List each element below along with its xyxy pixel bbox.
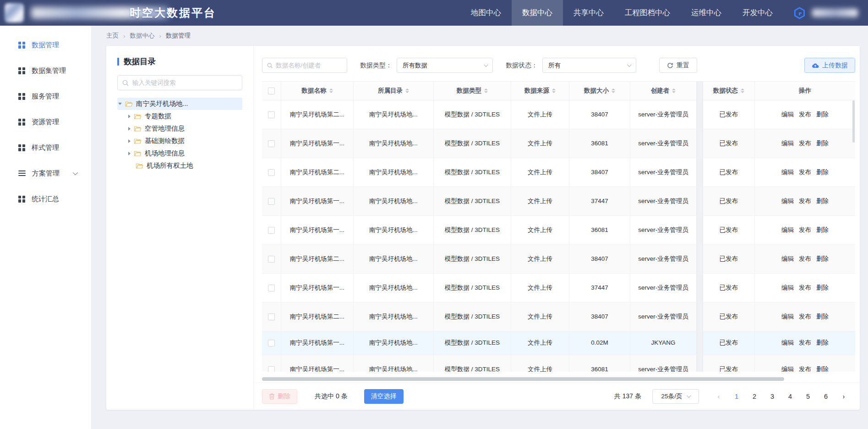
tree-node-4[interactable]: 基础测绘数据 — [127, 135, 242, 147]
caret-down-icon[interactable] — [118, 103, 122, 105]
data-status-select[interactable]: 所有 — [542, 58, 636, 73]
clear-selection-button[interactable]: 清空选择 — [364, 389, 404, 404]
column-header-7[interactable]: 数据状态 — [703, 82, 755, 100]
row-checkbox[interactable] — [268, 366, 275, 372]
pager-prev-button[interactable]: ‹ — [713, 393, 725, 400]
action-delete-link[interactable]: 删除 — [816, 313, 829, 321]
tree-node-5[interactable]: 机场地理信息 — [127, 147, 242, 160]
action-edit-link[interactable]: 编辑 — [781, 313, 794, 321]
page-size-select[interactable]: 25条/页 — [652, 389, 699, 404]
column-header-8[interactable]: 操作 — [755, 82, 855, 100]
vertical-scrollbar[interactable] — [852, 100, 855, 143]
sort-icon[interactable] — [329, 88, 333, 93]
pager-page-5[interactable]: 5 — [802, 393, 814, 400]
action-publish-link[interactable]: 发布 — [799, 110, 811, 119]
row-checkbox[interactable] — [268, 169, 275, 176]
action-edit-link[interactable]: 编辑 — [781, 110, 794, 119]
column-header-3[interactable]: 数据类型 — [434, 82, 511, 100]
sort-icon[interactable] — [672, 88, 676, 93]
nav-item-6[interactable]: 开发中心 — [732, 0, 783, 26]
caret-right-icon[interactable] — [128, 152, 131, 155]
action-publish-link[interactable]: 发布 — [799, 139, 811, 148]
action-delete-link[interactable]: 删除 — [816, 284, 829, 292]
breadcrumb-item-3[interactable]: 数据管理 — [166, 32, 191, 40]
sidebar-item-1[interactable]: 数据管理 — [0, 32, 91, 58]
tree-node-6[interactable]: 机场所有权土地 — [127, 160, 242, 172]
action-edit-link[interactable]: 编辑 — [781, 284, 794, 292]
reset-button[interactable]: 重置 — [659, 58, 697, 73]
action-edit-link[interactable]: 编辑 — [781, 226, 794, 235]
sidebar-item-7[interactable]: 统计汇总 — [0, 186, 91, 212]
caret-right-icon[interactable] — [128, 127, 131, 131]
action-delete-link[interactable]: 删除 — [816, 110, 829, 119]
action-edit-link[interactable]: 编辑 — [781, 197, 794, 206]
action-edit-link[interactable]: 编辑 — [781, 255, 794, 264]
column-header-4[interactable]: 数据来源 — [511, 82, 569, 100]
sort-icon[interactable] — [741, 88, 744, 93]
row-checkbox[interactable] — [268, 340, 275, 346]
sort-icon[interactable] — [552, 88, 556, 93]
nav-item-1[interactable]: 地图中心 — [460, 0, 512, 26]
sort-icon[interactable] — [611, 88, 615, 93]
column-header-6[interactable]: 创建者 — [630, 82, 697, 100]
tree-node-3[interactable]: 空管地理信息 — [127, 122, 242, 135]
row-checkbox[interactable] — [268, 285, 275, 292]
column-header-1[interactable]: 数据名称 — [281, 82, 354, 100]
pager-next-button[interactable]: › — [838, 393, 850, 400]
sidebar-item-3[interactable]: 服务管理 — [0, 83, 91, 109]
delete-selected-button[interactable]: 删除 — [262, 389, 297, 404]
sidebar-item-6[interactable]: 方案管理 — [0, 160, 91, 186]
table-search-input[interactable] — [276, 62, 342, 69]
pager-page-3[interactable]: 3 — [766, 393, 778, 400]
row-checkbox[interactable] — [268, 111, 275, 118]
breadcrumb-item-1[interactable]: 主页 — [106, 32, 119, 40]
sort-icon[interactable] — [405, 88, 409, 93]
row-checkbox[interactable] — [268, 227, 275, 234]
column-header-5[interactable]: 数据大小 — [569, 82, 630, 100]
row-checkbox[interactable] — [268, 314, 275, 320]
action-delete-link[interactable]: 删除 — [816, 168, 829, 177]
nav-item-2[interactable]: 数据中心 — [512, 0, 563, 26]
pager-page-2[interactable]: 2 — [748, 393, 760, 400]
nav-item-5[interactable]: 运维中心 — [681, 0, 732, 26]
action-edit-link[interactable]: 编辑 — [781, 168, 794, 177]
row-checkbox[interactable] — [268, 140, 275, 147]
action-delete-link[interactable]: 删除 — [816, 139, 829, 148]
tree-node-1[interactable]: 南宁吴圩机场地... — [117, 98, 242, 110]
select-all-checkbox[interactable] — [268, 88, 275, 94]
action-delete-link[interactable]: 删除 — [816, 365, 829, 372]
caret-right-icon[interactable] — [128, 139, 131, 143]
action-delete-link[interactable]: 删除 — [816, 226, 829, 235]
platform-logo-icon[interactable] — [793, 7, 806, 19]
action-publish-link[interactable]: 发布 — [799, 226, 811, 235]
tree-search-input[interactable] — [132, 79, 237, 86]
action-publish-link[interactable]: 发布 — [799, 313, 811, 321]
action-publish-link[interactable]: 发布 — [799, 168, 811, 177]
upload-data-button[interactable]: 上传数据 — [804, 58, 855, 73]
row-checkbox[interactable] — [268, 198, 275, 205]
tree-node-2[interactable]: 专题数据 — [127, 110, 242, 122]
action-publish-link[interactable]: 发布 — [799, 284, 811, 292]
pager-page-1[interactable]: 1 — [731, 393, 742, 400]
action-delete-link[interactable]: 删除 — [816, 197, 829, 206]
row-checkbox[interactable] — [268, 256, 275, 263]
pager-page-6[interactable]: 6 — [820, 393, 832, 400]
action-publish-link[interactable]: 发布 — [799, 255, 811, 264]
action-edit-link[interactable]: 编辑 — [781, 139, 794, 148]
sidebar-item-4[interactable]: 资源管理 — [0, 109, 91, 135]
action-publish-link[interactable]: 发布 — [799, 197, 811, 206]
caret-right-icon[interactable] — [128, 115, 131, 118]
sort-icon[interactable] — [484, 88, 488, 93]
nav-item-4[interactable]: 工程图档中心 — [614, 0, 681, 26]
nav-item-3[interactable]: 共享中心 — [563, 0, 614, 26]
sidebar-item-5[interactable]: 样式管理 — [0, 135, 91, 160]
data-type-select[interactable]: 所有数据 — [397, 58, 493, 73]
action-delete-link[interactable]: 删除 — [816, 255, 829, 264]
sidebar-item-2[interactable]: 数据集管理 — [0, 58, 91, 83]
action-edit-link[interactable]: 编辑 — [781, 365, 794, 372]
action-publish-link[interactable]: 发布 — [799, 365, 811, 372]
breadcrumb-item-2[interactable]: 数据中心 — [130, 32, 155, 40]
pager-page-4[interactable]: 4 — [784, 393, 796, 400]
action-delete-link[interactable]: 删除 — [816, 339, 829, 347]
horizontal-scrollbar[interactable] — [262, 377, 784, 381]
